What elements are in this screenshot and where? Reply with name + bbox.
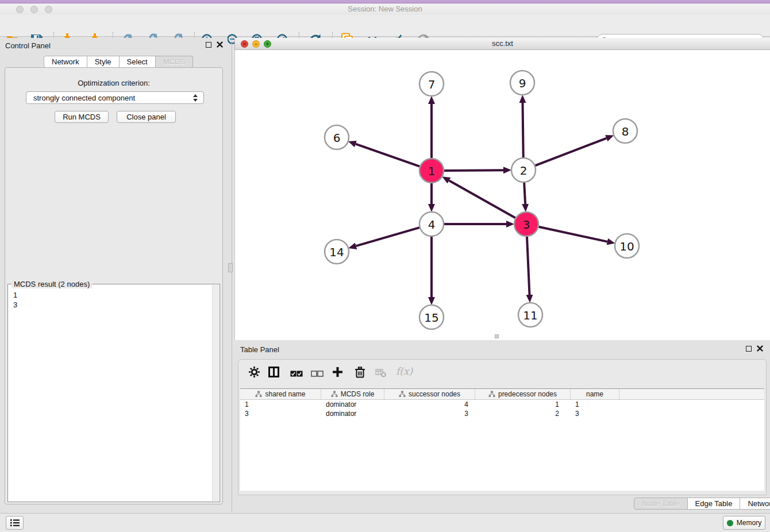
window-zoom-button[interactable]: [45, 6, 52, 13]
cell-mcds-role[interactable]: dominator: [321, 400, 384, 409]
function-builder-icon[interactable]: f(x): [395, 364, 414, 380]
tab-network-table[interactable]: Network Table: [740, 498, 770, 510]
node-label-15: 15: [424, 311, 438, 325]
edge-2-to-8[interactable]: [536, 138, 607, 166]
node-label-1: 1: [428, 164, 436, 178]
column-header-mcds-role[interactable]: MCDS role: [321, 389, 384, 399]
edge-3-to-1[interactable]: [449, 180, 515, 218]
tab-style[interactable]: Style: [87, 56, 120, 68]
edge-1-to-2[interactable]: [444, 170, 503, 171]
network-graph: 7968124314101511: [235, 50, 770, 340]
node-label-2: 2: [520, 164, 528, 178]
column-type-icon: [488, 391, 495, 398]
node-table: shared name MCDS role successor nodes pr…: [240, 388, 764, 491]
edge-3-to-11[interactable]: [527, 237, 530, 295]
panel-splitter[interactable]: [232, 38, 232, 511]
edge-1-to-6[interactable]: [356, 144, 419, 167]
table-panel-title: Table Panel: [240, 345, 279, 354]
cell-predecessor-nodes[interactable]: 1: [475, 400, 571, 409]
run-mcds-button[interactable]: Run MCDS: [55, 111, 109, 123]
column-header-shared-name[interactable]: shared name: [240, 389, 321, 399]
table-row[interactable]: 3 dominator 3 2 3: [240, 409, 764, 418]
select-stepper-icon: [193, 94, 198, 102]
optimization-criterion-value: strongly connected component: [33, 94, 135, 102]
node-label-8: 8: [622, 125, 629, 138]
app-title: Session: New Session: [0, 3, 770, 15]
add-column-icon[interactable]: [332, 367, 343, 380]
splitter-grip[interactable]: [228, 263, 233, 272]
canvas-resize-grip[interactable]: [495, 334, 499, 338]
column-header-name[interactable]: name: [571, 389, 619, 399]
table-panel-header: Table Panel: [234, 342, 770, 357]
edge-2-to-3[interactable]: [524, 183, 525, 204]
column-type-icon: [331, 391, 338, 398]
mcds-result-group: MCDS result (2 nodes) 13: [7, 284, 220, 502]
control-panel-title: Control Panel: [5, 41, 51, 50]
task-list-icon: [10, 519, 20, 527]
column-header-successor-nodes[interactable]: successor nodes: [384, 389, 475, 399]
node-label-14: 14: [329, 245, 344, 259]
node-label-10: 10: [619, 240, 634, 253]
column-type-icon: [255, 391, 262, 398]
select-all-columns-icon[interactable]: [290, 369, 303, 379]
network-window-titlebar[interactable]: ✕ − + scc.txt: [234, 38, 770, 50]
tab-select[interactable]: Select: [120, 56, 156, 68]
control-panel-header: Control Panel: [0, 38, 228, 53]
network-close-icon[interactable]: ✕: [241, 40, 248, 48]
node-label-7: 7: [428, 78, 436, 91]
window-minimize-button[interactable]: [30, 6, 38, 13]
table-toolbar: f(x): [238, 360, 766, 385]
delete-table-icon[interactable]: [375, 369, 387, 380]
tab-edge-table[interactable]: Edge Table: [688, 498, 741, 510]
toggle-panel-icon[interactable]: [268, 367, 279, 380]
edge-4-to-14[interactable]: [356, 228, 419, 246]
column-header-predecessor-nodes[interactable]: predecessor nodes: [475, 389, 571, 399]
float-panel-icon[interactable]: [206, 42, 211, 48]
tab-mcds[interactable]: MCDS: [156, 56, 193, 68]
mcds-result-text[interactable]: 13: [9, 288, 212, 501]
optimization-criterion-select[interactable]: strongly connected component: [26, 91, 204, 104]
tab-node-table[interactable]: Node Table: [634, 498, 688, 510]
table-row[interactable]: 1 dominator 4 1 1: [240, 400, 764, 409]
node-table-container: f(x) shared name MCDS role successor nod…: [238, 359, 767, 495]
mcds-result-title: MCDS result (2 nodes): [11, 280, 92, 288]
node-label-11: 11: [523, 309, 537, 322]
memory-button[interactable]: Memory: [723, 516, 765, 530]
table-header-row: shared name MCDS role successor nodes pr…: [240, 389, 764, 400]
tab-network[interactable]: Network: [44, 56, 87, 68]
window-close-button[interactable]: [16, 6, 24, 13]
network-window-title: scc.txt: [235, 38, 770, 49]
cell-name[interactable]: 1: [571, 400, 619, 409]
cell-predecessor-nodes[interactable]: 2: [475, 409, 571, 418]
close-table-panel-icon[interactable]: [757, 345, 763, 352]
control-panel-tabbar: Network Style Select MCDS: [44, 56, 193, 68]
cell-mcds-role[interactable]: dominator: [321, 409, 384, 418]
edge-3-to-10[interactable]: [539, 227, 607, 242]
node-label-6: 6: [333, 131, 341, 145]
network-window: ✕ − + scc.txt 7968124314101511: [234, 38, 770, 340]
node-label-9: 9: [519, 76, 526, 90]
close-panel-button[interactable]: Close panel: [117, 111, 176, 123]
network-canvas[interactable]: 7968124314101511: [234, 50, 770, 340]
svg-text:f(x): f(x): [396, 365, 414, 377]
column-type-icon: [399, 391, 406, 398]
edge-2-to-9[interactable]: [523, 103, 523, 157]
cell-successor-nodes[interactable]: 4: [384, 400, 475, 409]
network-maximize-icon[interactable]: +: [264, 40, 271, 48]
node-label-4: 4: [428, 218, 436, 232]
cell-name[interactable]: 3: [571, 409, 619, 418]
main-toolbar: [0, 15, 770, 37]
network-minimize-icon[interactable]: −: [252, 40, 260, 48]
close-panel-icon[interactable]: [217, 41, 223, 48]
task-history-button[interactable]: [6, 516, 24, 530]
cell-shared-name[interactable]: 1: [240, 400, 321, 409]
delete-columns-icon[interactable]: [355, 367, 365, 380]
float-table-panel-icon[interactable]: [746, 346, 752, 352]
result-scrollbar[interactable]: [212, 285, 219, 501]
cell-successor-nodes[interactable]: 3: [384, 409, 475, 418]
cell-shared-name[interactable]: 3: [240, 409, 321, 418]
memory-label: Memory: [737, 519, 761, 527]
settings-gear-icon[interactable]: [249, 367, 260, 380]
optimization-criterion-label: Optimization criterion:: [0, 79, 228, 87]
deselect-all-columns-icon[interactable]: [311, 369, 324, 379]
